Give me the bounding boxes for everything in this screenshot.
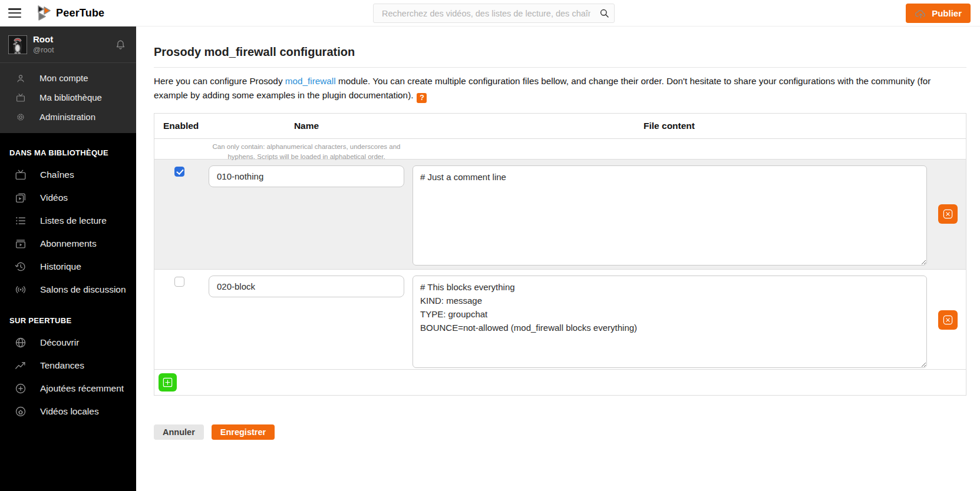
videos-icon (14, 191, 27, 204)
sidebar-section-on-peertube: SUR PEERTUBE Découvrir Tendances Ajoutée… (0, 301, 136, 423)
section-title: DANS MA BIBLIOTHÈQUE (0, 141, 136, 163)
sidebar: Root @root Mon compte (0, 26, 136, 491)
playlist-icon (14, 214, 27, 227)
description-text: Here you can configure Prosody (154, 76, 285, 86)
table-header-row: Enabled Name File content (154, 114, 966, 139)
brand-name: PeerTube (56, 7, 104, 19)
sidebar-item-my-account[interactable]: Mon compte (0, 68, 136, 88)
column-header-enabled: Enabled (154, 121, 204, 131)
file-content-textarea[interactable]: # Just a comment line (413, 165, 927, 266)
top-bar: PeerTube Publier (0, 0, 980, 26)
sidebar-item-label: Vidéos locales (40, 406, 99, 417)
notifications-bell-icon[interactable] (114, 38, 127, 51)
sidebar-item-recently-added[interactable]: Ajoutées récemment (0, 377, 136, 400)
main-content: Prosody mod_firewall configuration Here … (136, 26, 980, 491)
sidebar-item-label: Ma bibliothèque (39, 92, 102, 102)
sidebar-section-library: DANS MA BIBLIOTHÈQUE Chaînes Vidéos List… (0, 133, 136, 301)
enabled-checkbox[interactable] (174, 167, 184, 177)
save-button[interactable]: Enregistrer (212, 424, 275, 440)
page-title: Prosody mod_firewall configuration (154, 45, 966, 59)
sidebar-item-chat-rooms[interactable]: Salons de discussion (0, 278, 136, 301)
user-handle: @root (33, 45, 54, 55)
upload-cloud-icon (915, 8, 927, 19)
tv-icon (14, 168, 27, 181)
user-name: Root (33, 34, 54, 45)
sidebar-item-local-videos[interactable]: Vidéos locales (0, 400, 136, 423)
history-icon (14, 260, 27, 273)
user-box[interactable]: Root @root (0, 26, 136, 63)
sidebar-item-administration[interactable]: Administration (0, 107, 136, 127)
title-divider (154, 67, 966, 68)
sidebar-item-label: Mon compte (39, 73, 88, 83)
script-name-input[interactable] (209, 276, 404, 297)
file-content-textarea[interactable]: # This blocks everything KIND: message T… (413, 276, 927, 368)
home-circle-icon (14, 405, 27, 418)
sidebar-item-label: Historique (40, 261, 81, 272)
script-name-input[interactable] (209, 165, 404, 187)
help-icon[interactable]: ? (417, 93, 427, 103)
sidebar-item-subscriptions[interactable]: Abonnements (0, 232, 136, 255)
config-table: Enabled Name File content Can only conta… (154, 113, 966, 396)
menu-toggle-icon[interactable] (8, 8, 21, 18)
search-icon[interactable] (594, 4, 614, 22)
tv-icon (15, 92, 26, 103)
name-help-row: Can only contain: alphanumerical charact… (154, 139, 966, 160)
sidebar-item-label: Abonnements (40, 238, 97, 249)
gear-icon (15, 112, 26, 122)
sidebar-item-label: Vidéos (40, 193, 68, 203)
search-box (373, 4, 615, 23)
mod-firewall-link[interactable]: mod_firewall (285, 76, 336, 86)
sidebar-item-label: Tendances (40, 360, 84, 371)
trending-up-icon (14, 359, 27, 372)
sidebar-item-playlists[interactable]: Listes de lecture (0, 209, 136, 232)
name-help-text: Can only contain: alphanumerical charact… (204, 139, 409, 162)
person-icon (15, 73, 26, 84)
cancel-button[interactable]: Annuler (154, 424, 204, 440)
delete-row-button[interactable] (938, 310, 958, 330)
sidebar-item-label: Ajoutées récemment (40, 383, 124, 394)
add-row (154, 370, 966, 395)
sidebar-item-channels[interactable]: Chaînes (0, 163, 136, 186)
subscriptions-icon (14, 237, 27, 250)
delete-row-button[interactable] (938, 204, 958, 224)
x-square-icon (942, 314, 953, 326)
sidebar-item-label: Listes de lecture (40, 215, 107, 226)
column-header-name: Name (204, 121, 409, 131)
sidebar-item-trending[interactable]: Tendances (0, 354, 136, 377)
description: Here you can configure Prosody mod_firew… (154, 74, 966, 103)
sidebar-item-label: Salons de discussion (40, 284, 126, 295)
plus-square-icon (162, 377, 173, 388)
sidebar-item-label: Découvrir (40, 337, 79, 348)
plus-circle-icon (14, 382, 27, 395)
column-header-file-content: File content (409, 121, 929, 131)
table-row: # This blocks everything KIND: message T… (154, 270, 966, 370)
sidebar-item-label: Administration (39, 112, 95, 122)
globe-icon (14, 336, 27, 349)
sidebar-item-history[interactable]: Historique (0, 255, 136, 278)
sidebar-item-discover[interactable]: Découvrir (0, 331, 136, 354)
form-actions: Annuler Enregistrer (154, 424, 966, 440)
table-row: # Just a comment line (154, 160, 966, 270)
search-input[interactable] (374, 4, 594, 22)
x-square-icon (942, 208, 953, 220)
sidebar-item-label: Chaînes (40, 170, 74, 180)
section-title: SUR PEERTUBE (0, 309, 136, 331)
enabled-checkbox[interactable] (174, 277, 184, 287)
peertube-logo[interactable]: PeerTube (37, 5, 104, 21)
avatar (8, 35, 27, 54)
add-config-button[interactable] (159, 373, 177, 392)
account-menu: Mon compte Ma bibliothèque Administratio… (0, 63, 136, 133)
publish-label: Publier (932, 8, 962, 18)
broadcast-icon (14, 283, 27, 296)
sidebar-item-my-library[interactable]: Ma bibliothèque (0, 88, 136, 107)
sidebar-item-videos[interactable]: Vidéos (0, 186, 136, 209)
publish-button[interactable]: Publier (906, 4, 971, 23)
peertube-logo-icon (37, 5, 51, 21)
